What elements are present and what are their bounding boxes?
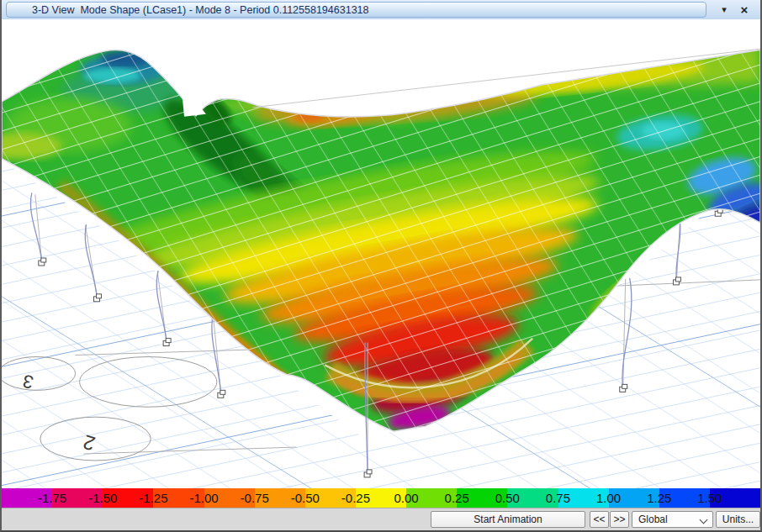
contour-legend: -1.75 -1.50 -1.25 -1.00 -0.75 -0.50 -0.2… xyxy=(2,488,760,508)
coordinate-system-value: Global xyxy=(638,514,668,525)
legend-value: 1.50 xyxy=(697,488,722,508)
step-back-button[interactable]: << xyxy=(590,511,609,528)
mode-shape-render: 3 2 xyxy=(2,19,760,510)
close-icon[interactable]: × xyxy=(735,1,754,18)
legend-value: 0.00 xyxy=(394,488,418,508)
start-animation-button[interactable]: Start Animation xyxy=(431,511,585,528)
mode-shape-window: 3-D View Mode Shape (LCase1) - Mode 8 - … xyxy=(0,0,762,532)
units-button[interactable]: Units... xyxy=(716,511,760,528)
legend-value: 1.25 xyxy=(647,488,671,508)
titlebar-capsule: 3-D View Mode Shape (LCase1) - Mode 8 - … xyxy=(6,2,706,18)
titlebar-dropdown-icon[interactable]: ▾ xyxy=(715,1,733,18)
legend-value: -0.25 xyxy=(341,488,370,508)
legend-value: -1.25 xyxy=(139,488,167,508)
coordinate-system-select[interactable]: Global xyxy=(632,511,713,528)
3d-view-canvas[interactable]: 3 2 xyxy=(2,19,760,510)
legend-value: 0.75 xyxy=(546,488,570,508)
legend-value: 1.00 xyxy=(596,488,621,508)
legend-value: -0.75 xyxy=(241,488,269,508)
window-titlebar[interactable]: 3-D View Mode Shape (LCase1) - Mode 8 - … xyxy=(2,0,760,20)
chevron-down-icon xyxy=(700,516,708,524)
step-forward-button[interactable]: >> xyxy=(610,511,629,528)
surface-gap xyxy=(181,82,206,117)
legend-value: -1.00 xyxy=(189,488,218,508)
legend-value: 0.25 xyxy=(445,488,469,508)
legend-value: -1.75 xyxy=(38,488,66,508)
legend-value: -0.50 xyxy=(291,488,320,508)
window-title: 3-D View Mode Shape (LCase1) - Mode 8 - … xyxy=(7,4,369,16)
legend-value: 0.50 xyxy=(495,488,520,508)
status-bar: Start Animation << >> Global Units... xyxy=(2,508,760,530)
legend-value: -1.50 xyxy=(88,488,117,508)
